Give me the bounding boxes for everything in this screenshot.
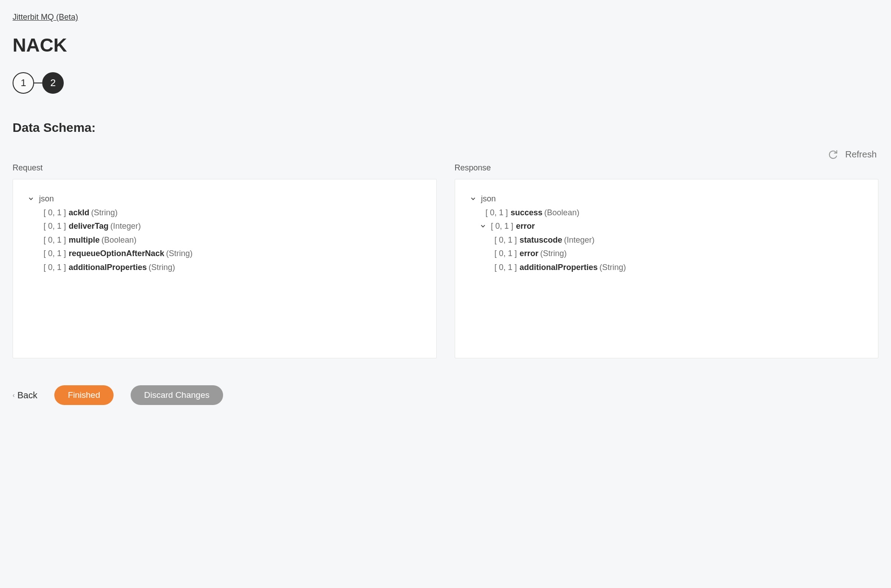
chevron-down-icon bbox=[27, 195, 35, 202]
footer-buttons: ‹ Back Finished Discard Changes bbox=[13, 385, 878, 405]
schema-field[interactable]: [ 0, 1 ] additionalProperties (String) bbox=[466, 261, 868, 274]
chevron-down-icon bbox=[470, 195, 477, 202]
schema-field[interactable]: [ 0, 1 ] requeueOptionAfterNack (String) bbox=[24, 247, 426, 261]
step-1[interactable]: 1 bbox=[13, 72, 34, 94]
response-root-label: json bbox=[481, 192, 496, 206]
response-column: Response json [ 0, 1 ] success (Boolean)… bbox=[455, 163, 879, 358]
discard-button[interactable]: Discard Changes bbox=[131, 385, 223, 405]
schema-field[interactable]: [ 0, 1 ] ackId (String) bbox=[24, 206, 426, 220]
stepper: 1 2 bbox=[13, 72, 878, 94]
schema-field[interactable]: [ 0, 1 ] error (String) bbox=[466, 247, 868, 261]
response-header: Response bbox=[455, 163, 879, 173]
refresh-icon bbox=[828, 150, 838, 160]
chevron-left-icon: ‹ bbox=[13, 392, 15, 399]
section-title: Data Schema: bbox=[13, 121, 878, 135]
schema-field[interactable]: [ 0, 1 ] multiple (Boolean) bbox=[24, 233, 426, 247]
back-label: Back bbox=[18, 390, 37, 401]
response-root-row[interactable]: json bbox=[466, 192, 868, 206]
response-panel: json [ 0, 1 ] success (Boolean) [ 0, 1 ]… bbox=[455, 179, 879, 358]
step-2[interactable]: 2 bbox=[42, 72, 64, 94]
request-panel: json [ 0, 1 ] ackId (String) [ 0, 1 ] de… bbox=[13, 179, 437, 358]
back-button[interactable]: ‹ Back bbox=[13, 390, 37, 401]
finished-button[interactable]: Finished bbox=[54, 385, 114, 405]
schema-field[interactable]: [ 0, 1 ] statuscode (Integer) bbox=[466, 233, 868, 247]
breadcrumb[interactable]: Jitterbit MQ (Beta) bbox=[13, 13, 78, 22]
refresh-button[interactable]: Refresh bbox=[828, 149, 877, 160]
chevron-down-icon bbox=[479, 222, 487, 230]
step-connector bbox=[34, 83, 42, 83]
schema-field[interactable]: [ 0, 1 ] success (Boolean) bbox=[466, 206, 868, 220]
schema-field[interactable]: [ 0, 1 ] additionalProperties (String) bbox=[24, 261, 426, 274]
request-header: Request bbox=[13, 163, 437, 173]
schema-field[interactable]: [ 0, 1 ] deliverTag (Integer) bbox=[24, 219, 426, 233]
request-root-row[interactable]: json bbox=[24, 192, 426, 206]
page-title: NACK bbox=[13, 35, 878, 56]
request-root-label: json bbox=[39, 192, 54, 206]
refresh-label: Refresh bbox=[845, 149, 877, 160]
response-error-row[interactable]: [ 0, 1 ] error bbox=[466, 219, 868, 233]
request-column: Request json [ 0, 1 ] ackId (String) [ 0… bbox=[13, 163, 437, 358]
